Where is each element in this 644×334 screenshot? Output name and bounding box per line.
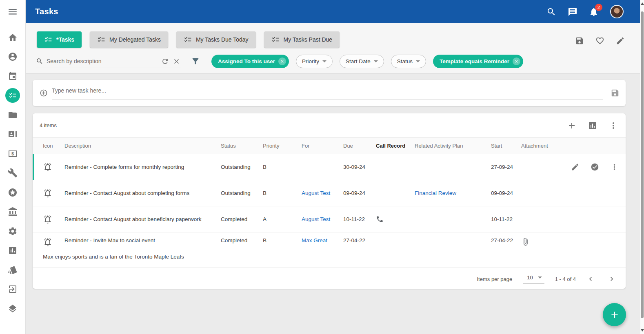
favorite-heart-icon[interactable] [595,36,604,45]
clear-search-icon[interactable] [173,58,180,65]
task-description: Reminder - Contact August about benefici… [64,216,221,222]
chip-label: Start Date [346,58,371,64]
table-row[interactable]: Reminder - Complete forms for monthly re… [33,154,626,180]
phone-icon[interactable] [376,215,384,223]
table-toolbar-icons [567,121,618,131]
table-toolbar: 4 items [33,113,626,137]
notifications-button[interactable]: 2 [589,7,599,17]
task-for-link[interactable]: August Test [302,216,343,222]
new-task-input[interactable] [52,86,603,94]
main-content: 4 items Icon Description Status Priority… [26,74,640,334]
scroll-up-icon[interactable] [641,2,644,5]
chip-assigned-to-this-user[interactable]: Assigned To this user [211,55,289,68]
col-description: Description [64,143,221,149]
more-options-icon[interactable] [610,163,619,171]
close-icon [280,59,284,64]
task-for-link[interactable]: Max Great [302,237,343,243]
sidebar-item-tools[interactable] [0,164,25,183]
sidebar-item-calendar[interactable] [0,66,25,86]
search-input[interactable] [47,58,140,64]
chip-priority[interactable]: Priority [296,55,333,68]
sidebar-item-exit[interactable] [0,280,25,299]
chip-label: Priority [302,58,319,64]
row-actions [555,163,626,171]
chip-start-date[interactable]: Start Date [340,55,384,68]
sidebar-item-institution[interactable] [0,202,25,222]
tab-tasks[interactable]: *Tasks [37,31,82,48]
filter-funnel-icon[interactable] [191,57,200,66]
sidebar-item-billing[interactable] [0,144,25,164]
tab-label: My Tasks Past Due [284,36,333,43]
save-task-icon[interactable] [611,88,620,97]
remove-filter-button[interactable] [278,58,286,65]
sidebar-item-documents[interactable] [0,105,25,125]
save-view-icon[interactable] [575,36,584,45]
more-options-icon[interactable] [608,121,618,131]
reminder-bell-icon [43,188,53,198]
paperclip-icon[interactable] [521,237,530,246]
sidebar-item-account[interactable] [0,47,25,67]
scrollbar-thumb[interactable] [641,11,644,318]
task-related-plan-link[interactable]: Financial Review [415,190,491,196]
search-icon[interactable] [546,7,556,17]
scroll-down-icon[interactable] [641,329,644,332]
chat-icon[interactable] [568,7,577,17]
table-row[interactable]: Reminder - Invite Max to social event Co… [33,232,626,268]
chevron-down-icon [322,60,326,62]
table-row[interactable]: Reminder - Contact August about benefici… [33,206,626,232]
chip-status[interactable]: Status [391,55,426,68]
tab-label: My Tasks Due Today [196,36,249,43]
search-tools [161,58,180,65]
new-task-field [52,86,603,100]
person-icon [8,52,18,62]
search-icon [36,58,43,65]
tab-my-tasks-past-due[interactable]: My Tasks Past Due [264,31,340,48]
add-circle-icon[interactable] [40,89,48,97]
chart-view-icon[interactable] [588,121,597,131]
sidebar-item-layers[interactable] [0,299,25,319]
add-task-fab[interactable] [603,303,626,326]
next-page-icon[interactable] [608,275,616,283]
sidebar-item-tasks[interactable] [0,86,25,106]
bar-chart-icon [8,246,18,255]
items-count: 4 items [40,122,57,128]
refresh-icon[interactable] [161,58,169,65]
remove-filter-button[interactable] [513,58,520,65]
calendar-icon [8,71,18,81]
sidebar-item-favorites[interactable] [0,183,25,202]
checklist-icon [271,35,280,44]
task-status: Completed [221,237,263,243]
tab-my-delegated-tasks[interactable]: My Delegated Tasks [90,31,168,48]
col-attachment: Attachment [521,143,555,149]
sidebar-item-reports[interactable] [0,241,25,261]
menu-icon[interactable] [7,7,18,17]
folder-icon [8,110,18,120]
complete-check-icon[interactable] [591,163,599,171]
add-task-icon[interactable] [567,121,577,131]
task-for-link[interactable]: August Test [302,190,343,196]
task-start: 27-09-24 [491,164,521,170]
sidebar-item-settings[interactable] [0,221,25,241]
page-size-select[interactable]: 10 [523,274,544,284]
style-cards-icon [8,265,18,275]
checklist-icon [44,35,52,44]
sidebar-item-contacts[interactable] [0,125,25,144]
task-due: 09-09-24 [343,190,376,196]
tab-my-tasks-due-today[interactable]: My Tasks Due Today [176,31,256,48]
chip-template-equals-reminder[interactable]: Template equals Reminder [433,55,523,68]
table-row[interactable]: Reminder - Contact August about completi… [33,180,626,206]
chevron-down-icon [374,60,378,62]
previous-page-icon[interactable] [586,275,595,283]
task-description: Reminder - Invite Max to social event [64,237,221,243]
gear-icon [8,226,18,236]
sidebar-item-home[interactable] [0,28,25,47]
reminder-bell-icon [43,162,53,172]
active-indicator [5,88,20,103]
reminder-bell-icon [43,215,53,224]
edit-pencil-icon[interactable] [571,163,580,171]
vertical-scrollbar[interactable] [640,0,644,334]
plus-icon [609,310,620,320]
edit-pencil-icon[interactable] [616,36,625,45]
sidebar-item-cards[interactable] [0,260,25,280]
avatar[interactable] [610,5,624,18]
